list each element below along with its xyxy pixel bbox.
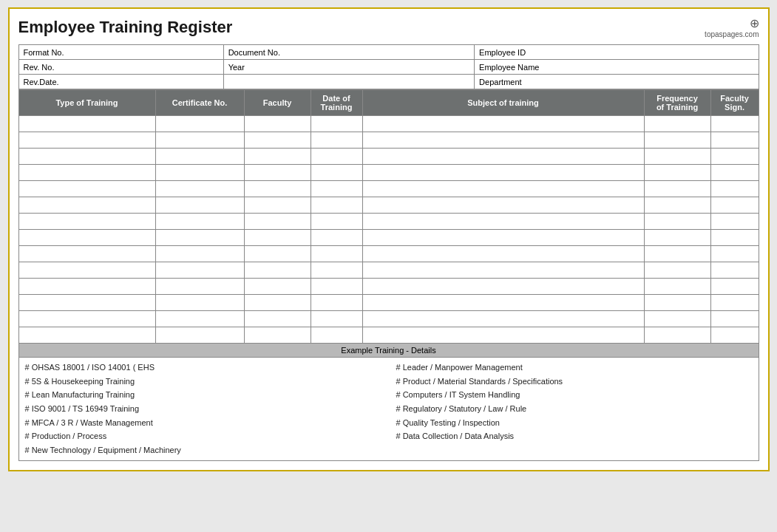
- cell-faculty: [244, 165, 311, 181]
- cell-faculty: [244, 132, 311, 149]
- footer-left-col: # OHSAS 18001 / ISO 14001 ( EHS# 5S & Ho…: [25, 361, 381, 457]
- cell-type: [18, 132, 155, 149]
- footer-right-item: # Product / Material Standards / Specifi…: [396, 375, 753, 389]
- cell-faculty: [244, 214, 311, 230]
- footer-title: Example Training - Details: [19, 344, 759, 358]
- cell-type: [18, 327, 155, 344]
- cell-subject: [362, 197, 644, 214]
- rev-date-label: Rev.Date.: [18, 75, 223, 89]
- footer-right-item: # Leader / Manpower Management: [396, 361, 753, 375]
- cell-freq: [644, 132, 710, 149]
- cell-subject: [362, 311, 644, 327]
- cell-cert: [155, 116, 244, 132]
- cell-faculty: [244, 327, 311, 344]
- cell-freq: [644, 327, 710, 344]
- cell-sign: [710, 311, 759, 327]
- cell-type: [18, 181, 155, 197]
- logo-area: ⊕ topaspages.com: [705, 16, 759, 38]
- cell-date: [311, 311, 362, 327]
- cell-sign: [710, 327, 759, 344]
- table-row: [18, 295, 759, 311]
- cell-date: [311, 165, 362, 181]
- cell-subject: [362, 327, 644, 344]
- title-row: Employee Training Register ⊕ topaspages.…: [18, 16, 759, 38]
- cell-freq: [644, 181, 710, 197]
- table-row: [18, 311, 759, 327]
- footer-content: # OHSAS 18001 / ISO 14001 ( EHS# 5S & Ho…: [19, 358, 759, 460]
- page-title: Employee Training Register: [18, 18, 233, 37]
- table-row: [18, 214, 759, 230]
- cell-cert: [155, 149, 244, 165]
- cell-sign: [710, 230, 759, 246]
- cell-type: [18, 246, 155, 262]
- cell-date: [311, 295, 362, 311]
- cell-type: [18, 230, 155, 246]
- info-table: Format No. Document No. Employee ID Rev.…: [18, 44, 759, 89]
- cell-date: [311, 214, 362, 230]
- cell-cert: [155, 197, 244, 214]
- table-row: [18, 116, 759, 132]
- cell-date: [311, 181, 362, 197]
- cell-freq: [644, 230, 710, 246]
- cell-subject: [362, 262, 644, 279]
- footer-left-item: # Production / Process: [25, 429, 381, 443]
- cell-cert: [155, 246, 244, 262]
- cell-sign: [710, 197, 759, 214]
- table-row: [18, 279, 759, 295]
- cell-type: [18, 165, 155, 181]
- cell-cert: [155, 279, 244, 295]
- cell-sign: [710, 149, 759, 165]
- cell-date: [311, 262, 362, 279]
- cell-date: [311, 197, 362, 214]
- col-header-date: Date ofTraining: [311, 90, 362, 116]
- cell-freq: [644, 165, 710, 181]
- cell-date: [311, 116, 362, 132]
- cell-type: [18, 311, 155, 327]
- cell-faculty: [244, 279, 311, 295]
- cell-date: [311, 132, 362, 149]
- cell-sign: [710, 262, 759, 279]
- cell-date: [311, 327, 362, 344]
- table-row: [18, 230, 759, 246]
- table-row: [18, 149, 759, 165]
- cell-freq: [644, 214, 710, 230]
- info-row-2: Rev. No. Year Employee Name: [18, 60, 759, 75]
- cell-type: [18, 214, 155, 230]
- cell-date: [311, 149, 362, 165]
- cell-freq: [644, 197, 710, 214]
- cell-subject: [362, 246, 644, 262]
- blank-cell: [223, 75, 474, 89]
- cell-date: [311, 246, 362, 262]
- cell-cert: [155, 132, 244, 149]
- employee-id-label: Employee ID: [475, 45, 759, 60]
- cell-freq: [644, 279, 710, 295]
- year-label: Year: [223, 60, 474, 75]
- cell-subject: [362, 181, 644, 197]
- table-row: [18, 262, 759, 279]
- footer-right-item: # Computers / IT System Handling: [396, 388, 753, 402]
- cell-subject: [362, 165, 644, 181]
- table-row: [18, 197, 759, 214]
- cell-freq: [644, 311, 710, 327]
- main-table: Type of Training Certificate No. Faculty…: [18, 89, 759, 344]
- cell-faculty: [244, 230, 311, 246]
- cell-date: [311, 230, 362, 246]
- cell-cert: [155, 311, 244, 327]
- col-header-faculty: Faculty: [244, 90, 311, 116]
- info-row-3: Rev.Date. Department: [18, 75, 759, 89]
- footer-right-item: # Regulatory / Statutory / Law / Rule: [396, 402, 753, 416]
- cell-faculty: [244, 311, 311, 327]
- footer-left-item: # OHSAS 18001 / ISO 14001 ( EHS: [25, 361, 381, 375]
- cell-sign: [710, 165, 759, 181]
- footer-left-item: # New Technology / Equipment / Machinery: [25, 443, 381, 457]
- rev-no-label: Rev. No.: [18, 60, 223, 75]
- cell-subject: [362, 132, 644, 149]
- cell-freq: [644, 116, 710, 132]
- cell-subject: [362, 295, 644, 311]
- table-row: [18, 132, 759, 149]
- cell-cert: [155, 262, 244, 279]
- cell-cert: [155, 295, 244, 311]
- col-header-type: Type of Training: [18, 90, 155, 116]
- logo-text: topaspages.com: [705, 30, 759, 38]
- cell-sign: [710, 295, 759, 311]
